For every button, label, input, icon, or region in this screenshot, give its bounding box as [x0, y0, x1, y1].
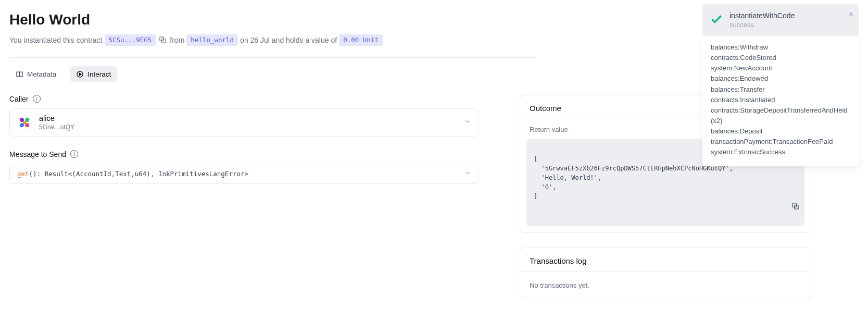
subline-prefix: You instantiated this contract	[9, 36, 103, 44]
toast-event-item: contracts:StorageDepositTransferredAndHe…	[711, 105, 850, 126]
message-label: Message to Send i	[9, 150, 479, 158]
close-icon[interactable]: ×	[849, 10, 853, 19]
tab-interact[interactable]: Interact	[70, 66, 117, 82]
toast-header: instantiateWithCode success ×	[702, 4, 859, 36]
toast-event-item: balances:Endowed	[711, 73, 850, 84]
transactions-log-empty: No transactions yet.	[520, 272, 811, 299]
tab-metadata[interactable]: Metadata	[9, 66, 62, 82]
tab-interact-label: Interact	[87, 70, 111, 78]
subline-date: on 26 Jul and holds a value of	[240, 36, 337, 44]
toast-status: success	[729, 21, 795, 29]
message-sig: (): Result<(AccountId,Text,u64), InkPrim…	[29, 170, 248, 178]
book-icon	[16, 70, 23, 78]
balance-pill: 0.00 Unit	[339, 34, 383, 46]
toast-event-item: balances:Withdraw	[711, 42, 850, 53]
tab-metadata-label: Metadata	[27, 70, 56, 78]
toast-event-item: system:NewAccount	[711, 63, 850, 73]
toast-event-item: balances:Deposit	[711, 126, 850, 137]
caller-address: 5Grw…utQY	[39, 124, 74, 131]
copy-icon[interactable]	[746, 193, 799, 222]
message-label-text: Message to Send	[9, 150, 66, 158]
message-fn: get	[17, 170, 29, 178]
subline-from: from	[170, 36, 184, 44]
caller-dropdown[interactable]: alice 5Grw…utQY	[9, 108, 479, 137]
divider	[9, 57, 536, 58]
toast-event-item: contracts:CodeStored	[711, 53, 850, 63]
message-dropdown[interactable]: get(): Result<(AccountId,Text,u64), InkP…	[9, 164, 479, 184]
contract-address-pill[interactable]: 5CSu...9EG5	[105, 34, 156, 46]
identicon	[17, 115, 32, 130]
play-icon	[76, 70, 84, 78]
caller-label-text: Caller	[9, 95, 29, 103]
toast-event-item: balances:Transfer	[711, 84, 850, 95]
toast-title: instantiateWithCode	[729, 11, 795, 20]
code-name-pill[interactable]: hello_world	[186, 34, 238, 46]
transactions-log-header: Transactions log	[520, 248, 811, 272]
toast-event-item: system:ExtrinsicSuccess	[711, 147, 850, 157]
toast-event-item: transactionPayment:TransactionFeePaid	[711, 137, 850, 147]
caller-name: alice	[39, 114, 74, 122]
info-icon[interactable]: i	[33, 95, 41, 103]
transactions-log-card: Transactions log No transactions yet.	[520, 248, 811, 299]
caller-label: Caller i	[9, 95, 479, 103]
info-icon[interactable]: i	[70, 150, 78, 158]
copy-icon[interactable]	[159, 36, 167, 44]
chevron-down-icon	[464, 169, 471, 178]
check-icon	[710, 13, 723, 28]
toast-notification: instantiateWithCode success × balances:W…	[702, 4, 859, 166]
toast-events-list: balances:Withdrawcontracts:CodeStoredsys…	[702, 36, 859, 166]
toast-event-item: contracts:Instantiated	[711, 95, 850, 105]
chevron-down-icon	[464, 118, 471, 127]
